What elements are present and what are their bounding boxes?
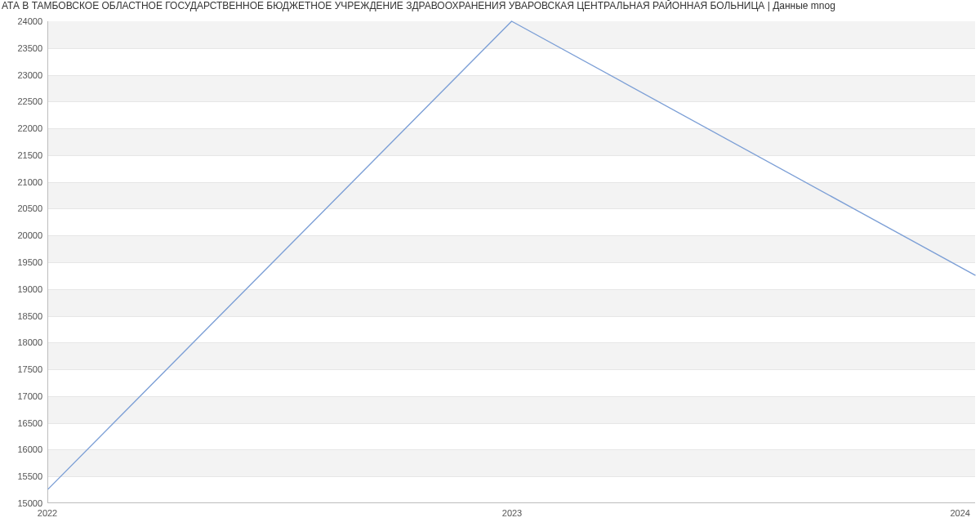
data-line [48,21,975,502]
y-tick-label: 20000 [3,230,42,240]
y-tick-label: 17000 [3,391,42,401]
y-tick-label: 15000 [3,498,42,508]
y-tick-label: 18000 [3,337,42,347]
y-tick-label: 16500 [3,418,42,428]
chart-container: АТА В ТАМБОВСКОЕ ОБЛАСТНОЕ ГОСУДАРСТВЕНН… [0,0,980,531]
y-tick-label: 23000 [3,70,42,80]
x-tick-label: 2022 [38,508,57,518]
y-tick-label: 21000 [3,177,42,187]
y-tick-label: 18500 [3,311,42,321]
y-tick-label: 20500 [3,203,42,213]
y-tick-label: 19000 [3,284,42,294]
y-tick-label: 23500 [3,43,42,53]
y-tick-label: 19500 [3,257,42,267]
chart-title: АТА В ТАМБОВСКОЕ ОБЛАСТНОЕ ГОСУДАРСТВЕНН… [0,0,980,15]
y-tick-label: 22000 [3,123,42,133]
y-tick-label: 22500 [3,96,42,106]
y-tick-label: 16000 [3,444,42,454]
plot-area [47,21,975,503]
y-tick-label: 15500 [3,471,42,481]
y-tick-label: 17500 [3,364,42,374]
y-tick-label: 21500 [3,150,42,160]
x-tick-label: 2024 [950,508,969,518]
x-tick-label: 2023 [502,508,522,518]
y-tick-label: 24000 [3,16,42,26]
